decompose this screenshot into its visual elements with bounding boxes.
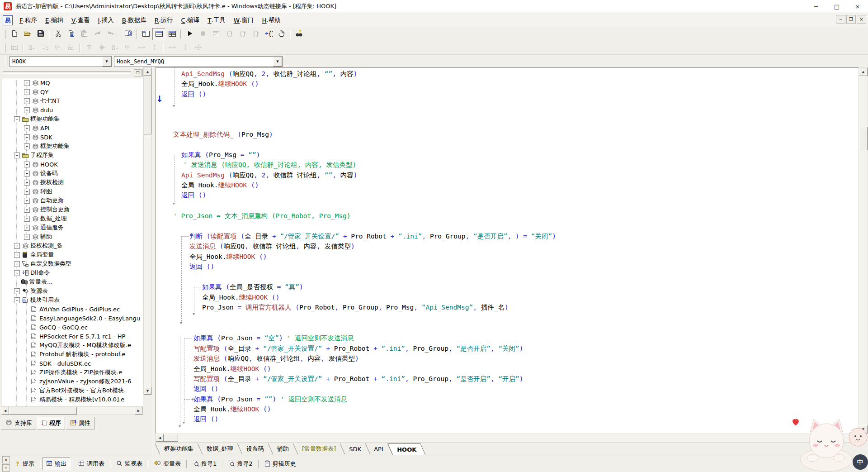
tree-expander-icon[interactable]: + — [24, 234, 30, 240]
tree-item[interactable]: +转图 — [1, 187, 142, 196]
editor-tab-设备码[interactable]: 设备码 — [237, 443, 273, 454]
scrollbar-thumb[interactable] — [144, 76, 151, 134]
tree-item[interactable]: +QY — [1, 87, 142, 96]
code-line[interactable]: 全局_Hook.继续HOOK () — [189, 252, 267, 261]
code-line[interactable]: 返回 () — [181, 90, 206, 99]
tree-expander-icon[interactable]: + — [24, 134, 30, 140]
scrollbar-thumb[interactable] — [859, 127, 868, 150]
scroll-right-icon[interactable]: ▶ — [851, 434, 859, 442]
tree-item[interactable]: −模块引用表 — [1, 296, 142, 305]
tree-expander-icon[interactable]: + — [24, 180, 30, 186]
statusbar-监视表[interactable]: 监视表 — [112, 458, 146, 470]
code-line[interactable]: 全局_Hook.继续HOOK () — [193, 364, 271, 373]
tree-item[interactable]: +授权检测 — [1, 178, 142, 187]
open-file-button[interactable] — [21, 28, 34, 40]
mdi-close-button[interactable]: × — [857, 15, 866, 24]
statusbar-变量表[interactable]: 变量表 — [150, 458, 185, 470]
tree-expander-icon[interactable]: + — [14, 261, 20, 267]
tree-item[interactable]: MyQQ开发模块 - MQ模块修改版.e — [1, 341, 142, 350]
scroll-left-icon[interactable]: ◀ — [1, 407, 9, 415]
toolbar-grip[interactable] — [5, 57, 8, 66]
tree-expander-icon[interactable]: + — [24, 143, 30, 149]
tree-expander-icon[interactable]: + — [24, 198, 30, 204]
new-file-button[interactable] — [8, 28, 21, 40]
tree-item[interactable]: +HOOK — [1, 160, 142, 169]
panel-tab-支持库[interactable]: 支持库 — [1, 417, 36, 429]
layout-top-panel-button[interactable] — [152, 28, 165, 40]
run-button[interactable] — [183, 28, 196, 40]
panel-grip[interactable] — [3, 72, 131, 74]
statusbar-剪辑历史[interactable]: 剪辑历史 — [260, 458, 300, 470]
tree-item[interactable]: +资源表 — [1, 286, 142, 296]
tree-item[interactable]: Protobuf 解析模块 - protobuf.e — [1, 350, 142, 359]
tree-item[interactable]: +框架功能集 — [1, 142, 142, 151]
code-line[interactable]: 返回 () — [189, 262, 214, 271]
menu-f[interactable]: F.程序 — [15, 13, 41, 27]
tree-item[interactable]: +设备码 — [1, 169, 142, 178]
tree-expander-icon[interactable]: + — [14, 288, 20, 294]
tree-expander-icon[interactable]: + — [24, 80, 30, 86]
tree-item[interactable]: zyJsonValue - zyJson修改2021-6 — [1, 377, 142, 386]
tree-item[interactable]: 官方Bot对接模块 - 官方Bot模块. — [1, 386, 142, 395]
scrollbar-thumb[interactable] — [9, 407, 77, 415]
toolbar-grip[interactable] — [3, 30, 5, 39]
tree-item[interactable]: +自定义数据类型 — [1, 259, 142, 268]
code-line[interactable]: ' Pro_Json = 文本_消息重构 (Pro_Robot, Pro_Msg… — [173, 211, 351, 220]
tree-item[interactable]: HPSocket For E 5.7.1 rc1 - HP — [1, 332, 142, 341]
tree-expander-icon[interactable]: + — [14, 252, 20, 258]
tree-item[interactable]: SDK - duluSDK.ec — [1, 359, 142, 368]
statusbar-pin-icon[interactable]: ▫ — [2, 464, 10, 472]
code-line[interactable]: 全局_Hook.继续HOOK () — [181, 181, 259, 190]
tree-item[interactable]: +通信服务 — [1, 223, 142, 232]
mdi-minimize-button[interactable]: ─ — [836, 15, 845, 24]
statusbar-提示[interactable]: ?提示 — [11, 458, 38, 470]
layout-left-panel-button[interactable] — [139, 28, 152, 40]
scroll-right-icon[interactable]: ▶ — [135, 407, 142, 415]
editor-tab-HOOK[interactable]: HOOK — [387, 443, 426, 455]
tree-item[interactable]: +Dll命令 — [1, 268, 142, 277]
editor-tab-辅助[interactable]: 辅助 — [268, 443, 298, 454]
tree-item[interactable]: +dulu — [1, 105, 142, 114]
code-line[interactable]: 如果真 (全局_是否授权 = “真”) — [202, 282, 303, 291]
code-line[interactable]: Api_SendMsg (响应QQ, 2, 收信群_讨论组, “”, 内容) — [181, 69, 358, 78]
statusbar-搜寻2[interactable]: 搜寻2 — [224, 458, 256, 470]
menu-v[interactable]: V.查看 — [67, 13, 94, 27]
tree-expander-icon[interactable]: + — [24, 189, 30, 195]
code-line[interactable]: 返回 () — [181, 191, 206, 200]
cut-button[interactable] — [52, 28, 65, 40]
tree-expander-icon[interactable]: + — [14, 243, 20, 249]
code-line[interactable]: 返回 () — [193, 415, 218, 424]
menu-e[interactable]: E.编辑 — [41, 13, 67, 27]
editor-tab-框架功能集[interactable]: 框架功能集 — [155, 443, 203, 454]
tree-item[interactable]: +SDK — [1, 133, 142, 142]
code-line[interactable]: Api_SendMsg (响应QQ, 2, 收信群_讨论组, “”, 内容) — [181, 171, 358, 180]
tree-item[interactable]: +控制台更新 — [1, 205, 142, 214]
tree-expander-icon[interactable]: + — [24, 171, 30, 176]
maximize-button[interactable]: □ — [826, 0, 847, 13]
code-line[interactable]: 返回 () — [193, 384, 218, 393]
code-line[interactable]: 写配置项 (全_目录 + “/管家_开关设置/” + Pro_Robot + “… — [193, 374, 524, 383]
tree-item[interactable]: ZIP操作类模块 - ZIP操作模块.e — [1, 368, 142, 377]
tree-item[interactable]: +七七NT — [1, 96, 142, 105]
chevron-down-icon[interactable]: ▼ — [102, 57, 111, 67]
tree-item[interactable]: +API — [1, 124, 142, 133]
run-to-cursor-button[interactable]: {} — [262, 28, 275, 40]
tree-expander-icon[interactable]: − — [14, 116, 20, 122]
tree-vertical-scrollbar[interactable]: ▲ ▼ — [143, 67, 152, 395]
scroll-down-icon[interactable]: ▼ — [859, 425, 868, 434]
toolbar-grip[interactable] — [3, 43, 5, 52]
code-line[interactable]: 全局_Hook.继续HOOK () — [181, 79, 259, 88]
tree-expander-icon[interactable]: + — [24, 98, 30, 104]
find-in-code-button[interactable] — [122, 28, 135, 40]
scroll-up-icon[interactable]: ▲ — [144, 68, 151, 76]
tree-item[interactable]: +辅助 — [1, 232, 142, 241]
code-line[interactable]: 发送消息 (响应QQ, 收信群_讨论组, 内容, 发信类型) — [189, 242, 355, 251]
chevron-down-icon[interactable]: ▼ — [273, 57, 282, 67]
panel-float-button[interactable]: ❐ — [134, 69, 142, 76]
tree-expander-icon[interactable]: + — [24, 125, 30, 131]
menu-w[interactable]: W.窗口 — [230, 13, 258, 27]
menu-c[interactable]: C.编译 — [177, 13, 203, 27]
ime-language-badge[interactable]: 中 — [853, 454, 868, 470]
assembly-combo[interactable]: HOOK ▼ — [9, 56, 112, 67]
tree-item[interactable]: +MQ — [1, 78, 142, 87]
